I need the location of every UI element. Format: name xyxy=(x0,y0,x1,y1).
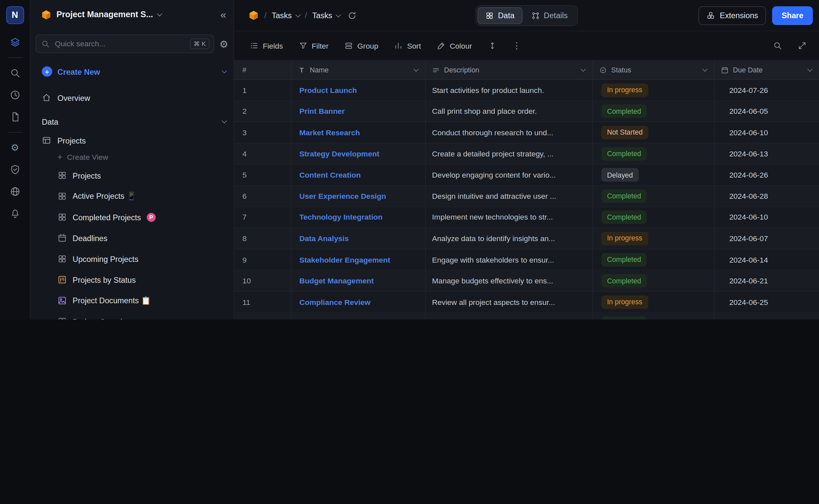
cell-description[interactable]: Implement new technologies to str... xyxy=(426,207,593,228)
chevron-down-icon[interactable] xyxy=(807,66,813,72)
extensions-button[interactable]: Extensions xyxy=(699,6,766,25)
cell-due-date[interactable]: 2024-06-14 xyxy=(715,249,819,270)
cell-description[interactable]: Develop engaging content for vario... xyxy=(426,165,593,185)
filter-button[interactable]: Filter xyxy=(299,41,328,50)
cell-name[interactable]: Compliance Review xyxy=(292,292,426,312)
cell-due-date[interactable]: 2024-06-05 xyxy=(715,101,819,121)
sidebar-item-overview[interactable]: Overview xyxy=(42,89,226,106)
cell-status[interactable]: In progress xyxy=(593,292,715,312)
sidebar-settings-icon[interactable]: ⚙ xyxy=(220,39,229,49)
base-icon[interactable] xyxy=(248,10,259,21)
workspace-header[interactable]: Project Management S... « xyxy=(30,0,234,29)
cell-due-date[interactable]: 2024-06-10 xyxy=(715,122,819,143)
tab-details[interactable]: Details xyxy=(523,7,576,23)
cell-due-date[interactable]: 2024-06-28 xyxy=(715,186,819,206)
docs-icon[interactable] xyxy=(10,112,20,122)
cell-status[interactable]: In progress xyxy=(593,80,715,100)
column-header-description[interactable]: Description xyxy=(426,61,593,79)
settings-icon[interactable]: ⚙ xyxy=(10,143,20,153)
cell-due-date[interactable]: 2024-06-26 xyxy=(715,165,819,185)
cell-status[interactable]: Completed xyxy=(593,101,715,121)
column-header-status[interactable]: Status xyxy=(593,61,715,79)
search-input[interactable]: ⌘ K xyxy=(35,34,214,53)
sidebar-view-active-projects[interactable]: Active Projects 📱 xyxy=(53,186,230,207)
sort-button[interactable]: Sort xyxy=(394,41,421,50)
sidebar-view-projects[interactable]: Projects xyxy=(53,165,230,186)
sidebar-table-projects[interactable]: Projects xyxy=(42,132,226,149)
cell-due-date[interactable]: 2024-06-10 xyxy=(715,207,819,228)
cell-name[interactable]: Strategy Development xyxy=(292,144,426,164)
table-row[interactable]: 9Stakeholder EngagementEngage with stake… xyxy=(234,249,819,271)
chevron-down-icon[interactable] xyxy=(703,66,708,72)
quick-search-field[interactable] xyxy=(54,39,186,48)
row-height-button[interactable] xyxy=(488,41,496,50)
table-row[interactable]: 10Budget ManagementManage budgets effect… xyxy=(234,271,819,292)
sidebar-view-completed-projects[interactable]: Completed ProjectsP xyxy=(53,207,230,228)
tab-data[interactable]: Data xyxy=(478,7,522,23)
cell-due-date[interactable]: 2024-06-21 xyxy=(715,271,819,291)
cell-name[interactable]: Beta Testing xyxy=(292,313,426,319)
cell-name[interactable]: Market Research xyxy=(292,122,426,143)
chevron-down-icon[interactable] xyxy=(222,68,227,73)
breadcrumb-view[interactable]: Tasks xyxy=(312,11,340,20)
create-new-button[interactable]: + Create New xyxy=(42,64,226,79)
group-button[interactable]: Group xyxy=(344,41,378,50)
cell-due-date[interactable]: 2024-06-25 xyxy=(715,292,819,312)
cell-name[interactable]: Stakeholder Engagement xyxy=(292,249,426,270)
table-row[interactable]: 11Compliance ReviewReview all project as… xyxy=(234,292,819,313)
table-row[interactable]: 3Market ResearchConduct thorough researc… xyxy=(234,122,819,144)
cell-status[interactable]: Completed xyxy=(593,186,715,206)
table-row[interactable]: 7Technology IntegrationImplement new tec… xyxy=(234,207,819,228)
cell-due-date[interactable]: 2024-06-07 xyxy=(715,228,819,249)
cell-due-date[interactable]: 2024-07-26 xyxy=(715,80,819,100)
expand-button[interactable] xyxy=(798,41,807,50)
share-button[interactable]: Share xyxy=(772,6,813,25)
cell-status[interactable]: Not Started xyxy=(593,122,715,143)
cell-name[interactable]: User Experience Design xyxy=(292,186,426,206)
chevron-down-icon[interactable] xyxy=(581,66,586,72)
cell-description[interactable]: Conduct thorough research to und... xyxy=(426,122,593,143)
cell-name[interactable]: Data Analysis xyxy=(292,228,426,249)
table-row[interactable]: 8Data AnalysisAnalyze data to identify i… xyxy=(234,228,819,249)
search-icon[interactable] xyxy=(10,68,20,78)
search-records-button[interactable] xyxy=(773,41,782,50)
recent-icon[interactable] xyxy=(10,90,20,100)
cell-status[interactable]: Completed xyxy=(593,313,715,319)
cell-description[interactable]: Analyze data to identify insights an... xyxy=(426,228,593,249)
chevron-down-icon[interactable] xyxy=(413,66,419,72)
cell-name[interactable]: Technology Integration xyxy=(292,207,426,228)
refresh-icon[interactable] xyxy=(347,11,357,20)
breadcrumb-table[interactable]: Tasks xyxy=(272,11,300,20)
notifications-icon[interactable] xyxy=(10,208,20,219)
colour-button[interactable]: Colour xyxy=(437,41,472,50)
cell-description[interactable]: Create a detailed project strategy, ... xyxy=(426,144,593,164)
cell-due-date[interactable]: 2024-06-26 xyxy=(715,313,819,319)
audit-icon[interactable] xyxy=(10,164,20,175)
table-row[interactable]: 1Product LaunchStart activities for prod… xyxy=(234,80,819,101)
workspaces-icon[interactable] xyxy=(10,37,20,48)
cell-status[interactable]: Completed xyxy=(593,249,715,270)
more-options-button[interactable]: ⋮ xyxy=(512,40,521,51)
app-logo[interactable]: N xyxy=(6,6,24,24)
chevron-down-icon[interactable] xyxy=(157,11,162,17)
table-row[interactable]: 6User Experience DesignDesign intuitive … xyxy=(234,186,819,207)
cell-name[interactable]: Print Banner xyxy=(292,101,426,121)
create-view-button-projects[interactable]: + Create View xyxy=(58,149,227,165)
sidebar-view-upcoming-projects[interactable]: Upcoming Projects xyxy=(53,248,230,269)
column-header-name[interactable]: T Name xyxy=(292,61,426,79)
chevron-down-icon[interactable] xyxy=(222,118,227,123)
table-row[interactable]: 4Strategy DevelopmentCreate a detailed p… xyxy=(234,144,819,165)
table-row[interactable]: 5Content CreationDevelop engaging conten… xyxy=(234,165,819,186)
table-row[interactable]: 12Beta TestingConduct beta testing to id… xyxy=(234,313,819,319)
sidebar-view-project-documents[interactable]: Project Documents 📋 xyxy=(53,290,230,311)
sidebar-section-data[interactable]: Data xyxy=(42,114,226,129)
column-header-due-date[interactable]: Due Date xyxy=(715,61,819,79)
fields-button[interactable]: Fields xyxy=(250,41,283,50)
cell-name[interactable]: Budget Management xyxy=(292,271,426,291)
cell-name[interactable]: Content Creation xyxy=(292,165,426,185)
cell-description[interactable]: Engage with stakeholders to ensur... xyxy=(426,249,593,270)
cell-description[interactable]: Manage budgets effectively to ens... xyxy=(426,271,593,291)
cell-description[interactable]: Call print shop and place order. xyxy=(426,101,593,121)
sidebar-view-budget-overview[interactable]: Budget Overview xyxy=(53,311,230,319)
cell-name[interactable]: Product Launch xyxy=(292,80,426,100)
